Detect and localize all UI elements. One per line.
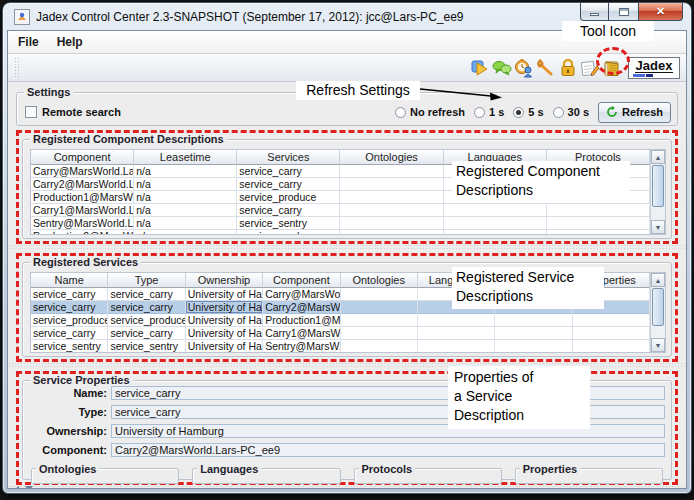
- table-cell: [444, 230, 547, 234]
- table-cell: [547, 217, 650, 230]
- column-header[interactable]: Ontologies: [340, 150, 443, 165]
- table-cell: Carry1@MarsW...: [263, 327, 340, 340]
- property-label: Ownership:: [27, 425, 111, 437]
- table-cell: [418, 340, 495, 352]
- table-cell: Carry2@MarsW...: [263, 301, 340, 314]
- table-cell: n/a: [134, 191, 237, 204]
- table-cell: Carry@MarsWorld.Lar...: [31, 165, 134, 178]
- toolbar-grip[interactable]: [14, 57, 20, 79]
- minimize-button[interactable]: [580, 3, 609, 21]
- table-cell: [340, 217, 443, 230]
- starter-icon[interactable]: [469, 57, 490, 79]
- scroll-up-icon[interactable]: ▲: [651, 273, 665, 287]
- column-header[interactable]: Component: [31, 150, 134, 165]
- comanalyzer-icon[interactable]: [491, 57, 512, 79]
- components-scrollbar[interactable]: ▲ ▼: [650, 150, 665, 234]
- split-divider[interactable]: [8, 244, 686, 249]
- scrollbar-thumb[interactable]: [652, 288, 664, 326]
- table-cell: [573, 327, 650, 340]
- table-row[interactable]: service_carryservice_carryUniversity of …: [31, 327, 650, 340]
- table-row[interactable]: Sentry@MarsWorld.La...n/aservice_sentry: [31, 217, 650, 230]
- table-row-partial[interactable]: Production2@MarsW...n/aservice_produce: [31, 230, 650, 234]
- scrollbar-thumb[interactable]: [652, 165, 664, 207]
- awareness-icon[interactable]: [513, 57, 534, 79]
- table-cell: service_produce: [108, 314, 185, 327]
- expand-up-icon[interactable]: [14, 486, 22, 489]
- table-cell: Carry1@MarsWorld.La...: [31, 204, 134, 217]
- group-box-languages: Languages: [192, 468, 340, 484]
- jadex-logo: Jadex: [628, 57, 680, 79]
- table-cell: [340, 230, 443, 234]
- minimize-icon: [590, 13, 599, 16]
- group-box-protocols: Protocols: [354, 468, 502, 484]
- maximize-button[interactable]: [609, 3, 638, 21]
- service-properties-title: Service Properties: [30, 374, 133, 386]
- property-label: Type:: [27, 406, 111, 418]
- table-cell: [341, 301, 418, 314]
- table-row[interactable]: service_produceservice_produceUniversity…: [31, 314, 650, 327]
- radio-icon: [395, 107, 406, 118]
- column-header[interactable]: Type: [108, 273, 185, 288]
- components-panel-title: Registered Component Descriptions: [30, 133, 227, 145]
- group-box-ontologies: Ontologies: [31, 468, 179, 484]
- column-header[interactable]: Component: [263, 273, 340, 288]
- column-header[interactable]: Ontologies: [341, 273, 418, 288]
- group-box-title: Languages: [197, 463, 261, 475]
- scroll-down-icon[interactable]: ▼: [651, 220, 665, 234]
- close-icon: ✕: [656, 5, 665, 18]
- table-cell: [418, 314, 495, 327]
- table-cell: [547, 204, 650, 217]
- jadex-logo-bars: [633, 74, 653, 77]
- jadex-logo-text: Jadex: [635, 59, 674, 73]
- table-cell: service_carry: [108, 301, 185, 314]
- table-cell: University of Ha...: [186, 288, 263, 301]
- column-header[interactable]: Services: [237, 150, 340, 165]
- property-label: Name:: [27, 387, 111, 399]
- scroll-up-icon[interactable]: ▲: [651, 150, 665, 164]
- remote-search-checkbox[interactable]: [25, 106, 37, 118]
- menu-help[interactable]: Help: [57, 35, 83, 49]
- refresh-button-label: Refresh: [622, 106, 663, 118]
- refresh-icon: [606, 106, 618, 118]
- table-cell: Sentry@MarsW...: [263, 340, 340, 352]
- radio-label: No refresh: [410, 106, 465, 118]
- table-cell: Production1@MarsWo...: [31, 191, 134, 204]
- table-cell: Carry@MarsWor...: [263, 288, 340, 301]
- group-box-properties: Properties: [515, 468, 663, 484]
- menu-file[interactable]: File: [18, 35, 39, 49]
- refresh-option-30-s[interactable]: 30 s: [553, 106, 589, 118]
- table-cell: service_sentry: [31, 340, 108, 352]
- refresh-option-no-refresh[interactable]: No refresh: [395, 106, 465, 118]
- radio-icon: [553, 107, 564, 118]
- table-cell: [573, 314, 650, 327]
- table-cell: [444, 204, 547, 217]
- refresh-option-1-s[interactable]: 1 s: [474, 106, 504, 118]
- close-button[interactable]: ✕: [638, 3, 683, 21]
- table-cell: service_sentry: [108, 340, 185, 352]
- table-cell: service_carry: [31, 327, 108, 340]
- window-title: Jadex Control Center 2.3-SNAPSHOT (Septe…: [36, 10, 464, 24]
- services-panel-title: Registered Services: [30, 256, 141, 268]
- table-row[interactable]: Carry1@MarsWorld.La...n/aservice_carry: [31, 204, 650, 217]
- maximize-icon: [619, 8, 629, 16]
- column-header[interactable]: Leasetime: [134, 150, 237, 165]
- security-icon[interactable]: [557, 57, 578, 79]
- table-cell: [340, 191, 443, 204]
- table-cell: n/a: [134, 204, 237, 217]
- column-header[interactable]: Ownership: [186, 273, 263, 288]
- expand-down-icon[interactable]: [25, 486, 33, 489]
- refresh-button[interactable]: Refresh: [598, 102, 671, 123]
- tools-icon[interactable]: [535, 57, 556, 79]
- split-divider-bottom[interactable]: [8, 485, 686, 489]
- table-row[interactable]: service_sentryservice_sentryUniversity o…: [31, 340, 650, 352]
- refresh-option-5-s[interactable]: 5 s: [513, 106, 543, 118]
- table-cell: Carry2@MarsWorld.La...: [31, 178, 134, 191]
- radio-label: 5 s: [528, 106, 543, 118]
- property-field[interactable]: Carry2@MarsWorld.Lars-PC_ee9: [111, 443, 665, 457]
- table-cell: n/a: [134, 178, 237, 191]
- scroll-down-icon[interactable]: ▼: [651, 338, 665, 352]
- annotation-ellipse: [596, 47, 630, 75]
- column-header[interactable]: Name: [31, 273, 108, 288]
- table-cell: [495, 314, 572, 327]
- services-scrollbar[interactable]: ▲ ▼: [650, 273, 665, 352]
